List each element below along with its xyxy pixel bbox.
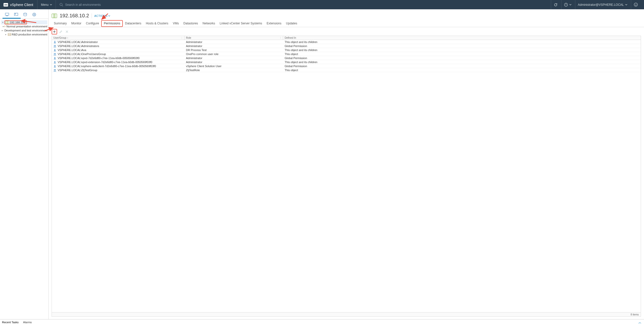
- menu-label: Menu: [41, 3, 49, 7]
- search-zone: [59, 3, 551, 7]
- alarms-tab[interactable]: Alarms: [23, 321, 32, 324]
- help-button[interactable]: ?: [561, 0, 574, 9]
- grid-footer: 8 items: [52, 312, 641, 316]
- grid-body[interactable]: VSPHERE.LOCAL\AdministratorAdministrator…: [52, 40, 641, 312]
- actions-menu[interactable]: ACTIONS: [94, 14, 110, 17]
- menu-button[interactable]: Menu: [37, 0, 56, 9]
- datacenter-icon: [8, 33, 11, 36]
- tab-monitor[interactable]: Monitor: [69, 20, 84, 27]
- table-row[interactable]: VSPHERE.LOCAL\ZtjTestGroupZtjTestRoleThi…: [52, 68, 641, 72]
- definedin-cell: This object and its children: [283, 49, 641, 52]
- tab-bar: SummaryMonitorConfigurePermissionsDatace…: [49, 20, 644, 27]
- caret-right-icon[interactable]: ▸: [4, 33, 8, 36]
- svg-rect-21: [8, 33, 11, 35]
- datacenter-icon: [4, 25, 6, 28]
- table-row[interactable]: VSPHERE.LOCAL\AdministratorsAdministrato…: [52, 44, 641, 48]
- recent-tasks-tab[interactable]: Recent Tasks: [2, 321, 19, 324]
- tab-summary[interactable]: Summary: [52, 20, 69, 27]
- refresh-icon: [554, 3, 558, 7]
- svg-rect-25: [54, 14, 55, 18]
- vcenter-icon: [6, 21, 9, 24]
- column-header-user[interactable]: User/Group↑⋮: [52, 36, 184, 40]
- tree-item[interactable]: ▸R&D production environment: [1, 32, 47, 36]
- svg-point-6: [636, 4, 637, 5]
- filter-icon[interactable]: ⋮: [181, 37, 183, 39]
- refresh-button[interactable]: [551, 0, 560, 9]
- chevron-down-icon: [108, 15, 110, 17]
- tab-extensions[interactable]: Extensions: [264, 20, 284, 27]
- table-row[interactable]: VSPHERE.LOCAL\vpxd-7d2e6d80-c7ee-11ea-b0…: [52, 56, 641, 60]
- tab-hosts-clusters[interactable]: Hosts & Clusters: [143, 20, 170, 27]
- permissions-toolbar: [49, 27, 644, 36]
- tab-networks[interactable]: Networks: [200, 20, 217, 27]
- datacenter-icon: [3, 29, 4, 32]
- svg-point-31: [54, 45, 55, 46]
- expand-panel-button[interactable]: ︽: [638, 321, 641, 323]
- vmware-logo: vm: [4, 3, 8, 7]
- app-title: vSphere Client: [10, 3, 33, 7]
- column-header-role[interactable]: Role⋮: [184, 36, 283, 40]
- table-row[interactable]: VSPHERE.LOCAL\vsphere-webclient-7d2e6d80…: [52, 64, 641, 68]
- tree-item-label: R&D production environment: [12, 33, 47, 36]
- edit-permission-button[interactable]: [58, 29, 63, 34]
- sort-asc-icon: ↑: [67, 37, 68, 39]
- definedin-cell: This object: [283, 53, 641, 56]
- role-cell: DR Process Test: [184, 49, 283, 52]
- tab-vms[interactable]: VMs: [171, 20, 181, 27]
- pencil-icon: [59, 30, 62, 33]
- main-panel: 192.168.10.2 ACTIONS SummaryMonitorConfi…: [49, 9, 644, 319]
- role-cell: ZtjTestRole: [184, 69, 283, 72]
- table-row[interactable]: VSPHERE.LOCAL\vpxd-extension-7d2e6d80-c7…: [52, 60, 641, 64]
- nav-vms-icon[interactable]: [12, 12, 21, 19]
- inventory-tree: ▾ 192.168.10.2 ▸Normal presentation envi…: [0, 19, 48, 38]
- tree-item[interactable]: ▸Normal presentation environment: [1, 24, 47, 28]
- nav-hosts-icon[interactable]: [3, 12, 12, 19]
- tab-configure[interactable]: Configure: [84, 20, 101, 27]
- object-header: 192.168.10.2 ACTIONS: [49, 9, 644, 20]
- delete-permission-button[interactable]: [64, 29, 70, 34]
- user-name: VSPHERE.LOCAL\vpxd-7d2e6d80-c7ee-11ea-b0…: [58, 57, 139, 60]
- header-actions: ? Administrator@VSPHERE.LOCAL: [551, 0, 640, 9]
- search-input[interactable]: [65, 3, 131, 7]
- svg-rect-18: [3, 30, 4, 31]
- smiley-button[interactable]: [631, 0, 640, 9]
- definedin-cell: Global Permission: [283, 44, 641, 48]
- search-icon: [59, 3, 63, 7]
- tab-linked-vcenter-server-systems[interactable]: Linked vCenter Server Systems: [217, 20, 264, 27]
- table-row[interactable]: VSPHERE.LOCAL\AdministratorAdministrator…: [52, 40, 641, 44]
- user-name: VSPHERE.LOCAL\Ava: [58, 49, 86, 52]
- top-header: vm vSphere Client Menu ? Administrator@V…: [0, 0, 644, 9]
- svg-rect-10: [15, 14, 16, 14]
- svg-point-34: [54, 53, 55, 54]
- nav-storage-icon[interactable]: [21, 12, 30, 19]
- tab-datastores[interactable]: Datastores: [181, 20, 200, 27]
- chevron-down-icon: [50, 4, 52, 6]
- user-name: VSPHERE.LOCAL\vpxd-extension-7d2e6d80-c7…: [58, 61, 152, 64]
- add-permission-button[interactable]: [52, 29, 57, 34]
- tree-item[interactable]: ▸Development and test environment: [1, 28, 47, 32]
- svg-point-33: [54, 49, 56, 50]
- user-label: Administrator@VSPHERE.LOCAL: [578, 3, 624, 7]
- table-row[interactable]: VSPHERE.LOCAL\OneProUsersGroupOnePro com…: [52, 52, 641, 56]
- tab-permissions[interactable]: Permissions: [101, 20, 123, 27]
- grid-header: User/Group↑⋮ Role⋮ Defined In: [52, 36, 641, 40]
- role-cell: Administrator: [184, 44, 283, 48]
- filter-icon[interactable]: ⋮: [279, 37, 282, 39]
- tab-datacenters[interactable]: Datacenters: [123, 20, 144, 27]
- caret-down-icon[interactable]: ▾: [1, 21, 5, 24]
- tab-updates[interactable]: Updates: [284, 20, 299, 27]
- user-menu[interactable]: Administrator@VSPHERE.LOCAL: [575, 0, 630, 9]
- definedin-cell: This object and its children: [283, 40, 641, 43]
- svg-rect-7: [5, 13, 9, 15]
- user-name: VSPHERE.LOCAL\Administrator: [58, 40, 98, 43]
- role-cell: OnePro common user role: [184, 53, 283, 56]
- column-header-definedin[interactable]: Defined In: [283, 36, 641, 40]
- svg-line-1: [62, 5, 63, 6]
- nav-network-icon[interactable]: [30, 12, 39, 19]
- tree-root[interactable]: ▾ 192.168.10.2: [1, 20, 47, 24]
- permissions-grid: User/Group↑⋮ Role⋮ Defined In VSPHERE.LO…: [52, 36, 641, 317]
- help-icon: ?: [564, 3, 568, 7]
- svg-point-36: [54, 57, 56, 58]
- table-row[interactable]: VSPHERE.LOCAL\AvaDR Process TestThis obj…: [52, 48, 641, 52]
- svg-rect-8: [6, 16, 8, 16]
